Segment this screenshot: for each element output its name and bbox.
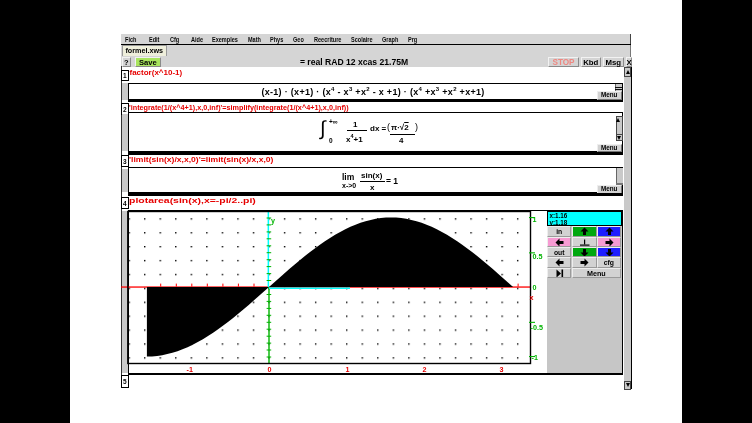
svg-text:x: x (530, 293, 534, 302)
svg-text:y: y (271, 216, 275, 225)
svg-text:0.5: 0.5 (533, 252, 543, 261)
svg-text:-0.5: -0.5 (531, 323, 543, 332)
svg-text:1: 1 (533, 215, 537, 224)
svg-text:-1: -1 (532, 353, 538, 362)
svg-text:0: 0 (533, 283, 537, 292)
